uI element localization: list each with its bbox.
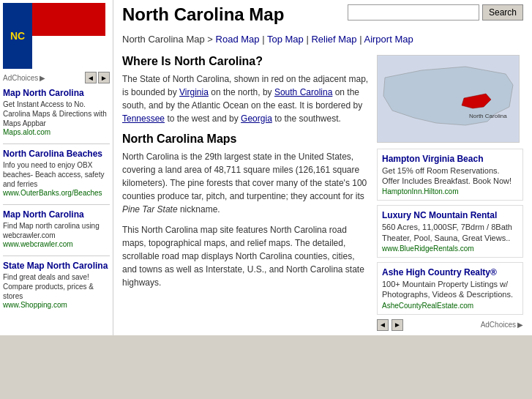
ad-card-2-text: 560 Acres, 11,000SF, 7Bdrm / 8Bath Theat… [382,222,518,243]
nav-link-topmap[interactable]: Top Map [267,34,304,45]
nav-links: North Carolina Map > Road Map | Top Map … [122,32,523,48]
ad-card-3-title[interactable]: Ashe High Country Realty® [382,267,518,277]
sidebar-divider-1 [3,143,110,144]
sidebar: NC AdChoices ▶ ◄ ► Map North Carolina Ge… [0,0,113,335]
sidebar-section-2-text: Info you need to enjoy OBX beaches- Beac… [3,160,110,189]
bottom-ad-nav: ◄ ► AdChoices ▶ [377,319,523,331]
state-flag: NC [3,3,105,69]
sidebar-section-2-title[interactable]: North Carolina Beaches [3,149,110,159]
flag-nc-text: NC [10,30,25,42]
ad-card-2-link[interactable]: Luxury NC Mountain Rental [382,210,497,220]
sidebar-divider-2 [3,204,110,205]
section1-text2: on the north, by [209,87,274,97]
section3-paragraph: This North Carolina map site features No… [122,223,370,289]
sidebar-nav-arrows[interactable]: ◄ ► [85,72,110,83]
section2-title: North Carolina Maps [122,133,370,146]
search-bar: Search [348,4,523,20]
sidebar-section-2-url: www.OuterBanks.org/Beaches [3,189,110,197]
sidebar-section-1: Map North Carolina Get Instant Access to… [3,88,110,136]
nav-link-reliefmap[interactable]: Relief Map [311,34,356,45]
text-area: Where Is North Carolina? The State of No… [122,55,370,331]
section2-text1: North Carolina is the 29th largest state… [122,152,367,201]
ads-prev-button[interactable]: ◄ [377,319,389,331]
georgia-link[interactable]: Georgia [241,113,272,124]
sidebar-next-button[interactable]: ► [98,72,110,83]
main-content: North Carolina Map Search North Carolina… [113,0,532,335]
sidebar-prev-button[interactable]: ◄ [85,72,97,83]
ad-choices-bar: AdChoices ▶ ◄ ► [3,72,110,83]
south-carolina-link[interactable]: South Carolina [274,87,332,97]
section1-text5: to the southwest. [272,113,341,124]
search-button[interactable]: Search [482,4,523,20]
ad-card-1-text: Get 15% off Room Reservations. Offer Inc… [382,165,518,187]
ad-card-3-text: 100+ Mountain Property Listings w/ Photo… [382,279,518,300]
ad-card-2-title[interactable]: Luxury NC Mountain Rental [382,210,518,220]
section1-title: Where Is North Carolina? [122,55,370,68]
nav-link-roadmap[interactable]: Road Map [216,34,260,45]
breadcrumb-text: North Carolina Map [122,34,205,45]
sidebar-section-3-text: Find Map north carolina using webcrawler… [3,221,110,240]
sidebar-section-3-title[interactable]: Map North Carolina [3,209,110,220]
section1-text4: to the west and by [165,113,241,124]
right-panel: North Carolina Hampton Virginia Beach Ge… [377,55,523,331]
nickname-text: Pine Tar State [122,204,178,215]
ad-card-3-link[interactable]: Ashe High Country Realty® [382,267,497,277]
sidebar-section-2: North Carolina Beaches Info you need to … [3,149,110,197]
sidebar-section-4-url: www.Shopping.com [3,301,110,309]
ad-choices-triangle: ▶ [40,74,45,82]
virginia-link[interactable]: Virginia [179,87,209,97]
section2-text2: nickname. [178,204,220,215]
nav-link-airportmap[interactable]: Airport Map [364,34,413,45]
ads-next-button[interactable]: ► [391,319,403,331]
svg-text:North Carolina: North Carolina [469,113,507,119]
map-svg: North Carolina [378,56,520,143]
ad-card-1-url: HamptonInn.Hilton.com [382,187,518,195]
nav-separator-1: | [262,34,267,45]
bottom-ad-choices-icon: ▶ [517,321,523,329]
ad-choices-label: AdChoices [3,74,38,82]
bottom-ad-choices: AdChoices ▶ [481,321,523,329]
sidebar-section-3: Map North Carolina Find Map north caroli… [3,209,110,248]
section2-paragraph: North Carolina is the 29th largest state… [122,150,370,216]
flag-blue-bar: NC [3,3,32,69]
sidebar-section-1-url: Maps.alot.com [3,128,110,136]
ad-card-1: Hampton Virginia Beach Get 15% off Room … [377,149,523,201]
ad-card-1-title[interactable]: Hampton Virginia Beach [382,154,518,164]
sidebar-section-4: State Map North Carolina Find great deal… [3,261,110,309]
search-input[interactable] [348,4,479,20]
bottom-ad-choices-label: AdChoices [481,321,516,329]
section1-paragraph: The State of North Carolina, shown in re… [122,72,370,125]
breadcrumb-separator: > [207,34,215,45]
page-title: North Carolina Map [122,4,284,25]
ad-card-3: Ashe High Country Realty® 100+ Mountain … [377,262,523,315]
sidebar-section-4-text: Find great deals and save! Compare produ… [3,272,110,301]
ad-card-3-url: AsheCountyRealEstate.com [382,302,518,310]
sidebar-section-3-url: www.webcrawler.com [3,240,110,248]
ad-card-1-link[interactable]: Hampton Virginia Beach [382,154,483,164]
sidebar-section-1-text: Get Instant Access to No. Carolina Maps … [3,100,110,128]
tennessee-link[interactable]: Tennessee [122,113,165,124]
nc-map-image: North Carolina [377,55,520,143]
ad-card-2-url: www.BlueRidgeRentals.com [382,245,518,253]
ad-card-2: Luxury NC Mountain Rental 560 Acres, 11,… [377,205,523,258]
sidebar-section-4-title[interactable]: State Map North Carolina [3,261,110,271]
sidebar-divider-3 [3,256,110,256]
sidebar-section-1-title[interactable]: Map North Carolina [3,88,110,98]
content-area: Where Is North Carolina? The State of No… [122,55,523,331]
